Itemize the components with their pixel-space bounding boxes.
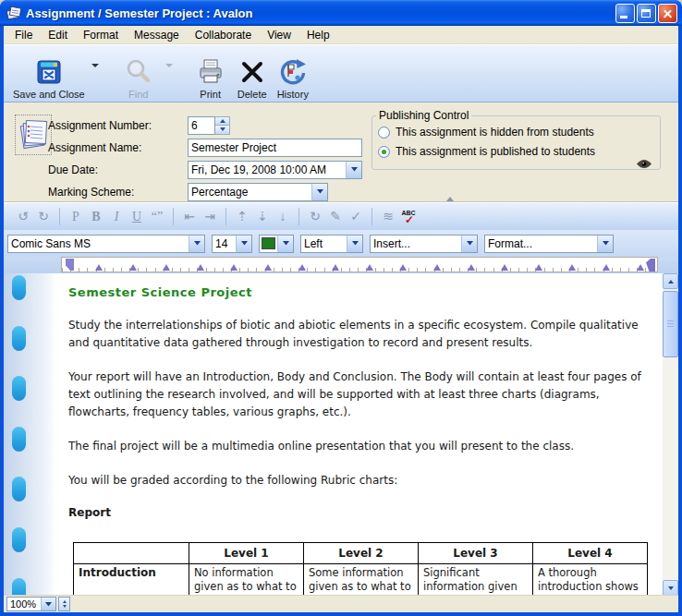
tab-stop-marker[interactable] bbox=[264, 264, 272, 271]
approve-icon[interactable]: ✓ bbox=[346, 208, 366, 226]
zoom-dropdown-button[interactable] bbox=[41, 598, 55, 610]
insert-combo[interactable]: Insert... bbox=[370, 235, 478, 253]
minimize-button[interactable] bbox=[615, 4, 635, 23]
find-label: Find bbox=[127, 89, 150, 100]
find-dropdown bbox=[161, 42, 177, 100]
menu-help[interactable]: Help bbox=[299, 27, 338, 43]
ruler[interactable] bbox=[61, 257, 658, 272]
tab-stop-marker[interactable] bbox=[95, 264, 103, 271]
due-date-combo[interactable]: Fri, Dec 19, 2008 10:00 AM bbox=[188, 161, 362, 179]
tab-stop-marker[interactable] bbox=[535, 264, 542, 271]
zoom-stepper[interactable] bbox=[58, 597, 70, 611]
font-family-dropdown-button[interactable] bbox=[189, 236, 204, 252]
spinner-up-button[interactable] bbox=[215, 116, 230, 127]
tab-stop-marker[interactable] bbox=[298, 264, 306, 271]
undo-icon[interactable]: ↺ bbox=[13, 208, 33, 226]
tab-stop-marker[interactable] bbox=[366, 264, 373, 271]
header-cell bbox=[74, 543, 189, 564]
history-button[interactable]: History bbox=[275, 55, 311, 100]
underline-icon[interactable]: U bbox=[127, 208, 147, 226]
maximize-button[interactable] bbox=[637, 4, 656, 23]
tab-stop-marker[interactable] bbox=[129, 264, 137, 271]
print-button[interactable]: Print bbox=[194, 55, 227, 100]
redo-icon[interactable]: ↻ bbox=[33, 208, 54, 226]
table-header-row: Level 1 Level 2 Level 3 Level 4 bbox=[74, 543, 648, 564]
text-color-dropdown-button[interactable] bbox=[277, 236, 293, 252]
font-size-combo[interactable]: 14 bbox=[212, 235, 252, 253]
tab-stop-marker[interactable] bbox=[197, 264, 204, 271]
due-date-label: Due Date: bbox=[48, 163, 188, 176]
outdent-icon[interactable]: ⇤ bbox=[179, 208, 200, 226]
tab-stop-marker[interactable] bbox=[501, 264, 508, 271]
spell-check-icon[interactable]: ABC✓ bbox=[398, 206, 419, 227]
menu-edit[interactable]: Edit bbox=[41, 27, 76, 43]
indent-marker[interactable] bbox=[66, 259, 74, 271]
scrollbar-thumb[interactable] bbox=[663, 291, 678, 357]
save-and-close-dropdown[interactable] bbox=[87, 42, 104, 100]
draw-icon[interactable]: ✎ bbox=[325, 208, 346, 226]
close-button[interactable] bbox=[658, 4, 677, 23]
zoom-combo[interactable]: 100% bbox=[6, 597, 56, 611]
format-dropdown-button[interactable] bbox=[597, 236, 613, 252]
tab-stop-marker[interactable] bbox=[433, 264, 441, 271]
revert-icon[interactable]: ↻ bbox=[305, 208, 325, 226]
tab-stop-marker[interactable] bbox=[468, 264, 475, 271]
delete-button[interactable]: Delete bbox=[236, 55, 269, 100]
bold-icon[interactable]: B bbox=[86, 208, 106, 226]
scroll-down-button[interactable] bbox=[663, 580, 678, 596]
menu-message[interactable]: Message bbox=[127, 27, 188, 43]
title-bar[interactable]: Assignment / Semester Project : Avalon bbox=[0, 0, 682, 26]
toolbar-separator bbox=[371, 208, 372, 225]
menu-collaborate[interactable]: Collaborate bbox=[188, 27, 260, 43]
signature-icon[interactable]: ≋ bbox=[378, 208, 398, 226]
align-dropdown-button[interactable] bbox=[347, 236, 362, 252]
space-above-icon[interactable]: ⇡ bbox=[232, 208, 252, 226]
move-down-icon[interactable]: ↓ bbox=[273, 208, 293, 226]
chevron-down-icon bbox=[351, 167, 358, 172]
table-row: Introduction No information given as to … bbox=[74, 564, 648, 597]
insert-dropdown-button[interactable] bbox=[461, 236, 477, 252]
right-margin-marker[interactable] bbox=[646, 259, 655, 272]
tab-stop-marker[interactable] bbox=[568, 264, 576, 271]
due-date-dropdown-button[interactable] bbox=[346, 162, 361, 178]
document-content[interactable]: Semester Science Project Study the inter… bbox=[54, 273, 663, 596]
document-area[interactable]: Semester Science Project Study the inter… bbox=[4, 273, 678, 596]
radio-hidden[interactable]: This assignment is hidden from students bbox=[378, 123, 654, 141]
marking-scheme-dropdown-button[interactable] bbox=[311, 184, 327, 200]
assignment-number-input[interactable]: 6 bbox=[188, 116, 215, 135]
spinner-down-button[interactable] bbox=[215, 126, 230, 135]
tab-stop-marker[interactable] bbox=[603, 264, 610, 271]
tab-stop-marker[interactable] bbox=[230, 264, 237, 271]
tab-stop-marker[interactable] bbox=[163, 264, 170, 271]
vertical-scrollbar[interactable] bbox=[663, 273, 678, 596]
assignment-name-input[interactable]: Semester Project bbox=[188, 139, 362, 157]
doc-heading: Semester Science Project bbox=[68, 284, 655, 301]
marking-scheme-combo[interactable]: Percentage bbox=[188, 183, 328, 201]
tab-stop-marker[interactable] bbox=[332, 264, 339, 271]
italic-icon[interactable]: I bbox=[106, 208, 127, 226]
radio-button-icon[interactable] bbox=[378, 127, 390, 139]
delete-label: Delete bbox=[236, 89, 269, 100]
scroll-up-button[interactable] bbox=[663, 273, 678, 289]
radio-button-icon[interactable] bbox=[378, 146, 390, 158]
font-family-combo[interactable]: Comic Sans MS bbox=[7, 235, 205, 253]
radio-published[interactable]: This assignment is published to students bbox=[378, 142, 654, 161]
plain-style-icon[interactable]: P bbox=[66, 208, 86, 226]
text-color-combo[interactable] bbox=[259, 235, 294, 253]
collapse-toolbar-handle[interactable] bbox=[446, 197, 454, 201]
save-and-close-button[interactable]: Save and Close bbox=[11, 55, 87, 100]
tab-stop-marker[interactable] bbox=[637, 264, 644, 271]
tab-stop-marker[interactable] bbox=[399, 264, 407, 271]
menu-file[interactable]: File bbox=[7, 27, 41, 43]
format-combo[interactable]: Format... bbox=[484, 235, 614, 253]
row-title-cell: Introduction bbox=[74, 564, 189, 597]
quote-icon[interactable]: “” bbox=[147, 208, 167, 226]
font-family-value: Comic Sans MS bbox=[8, 236, 189, 252]
font-size-dropdown-button[interactable] bbox=[236, 236, 251, 252]
menu-view[interactable]: View bbox=[260, 27, 299, 43]
space-below-icon[interactable]: ⇣ bbox=[252, 208, 273, 226]
indent-icon[interactable]: ⇥ bbox=[200, 208, 220, 226]
assignment-number-stepper[interactable] bbox=[215, 116, 230, 135]
align-combo[interactable]: Left bbox=[300, 235, 363, 253]
menu-format[interactable]: Format bbox=[76, 27, 127, 43]
